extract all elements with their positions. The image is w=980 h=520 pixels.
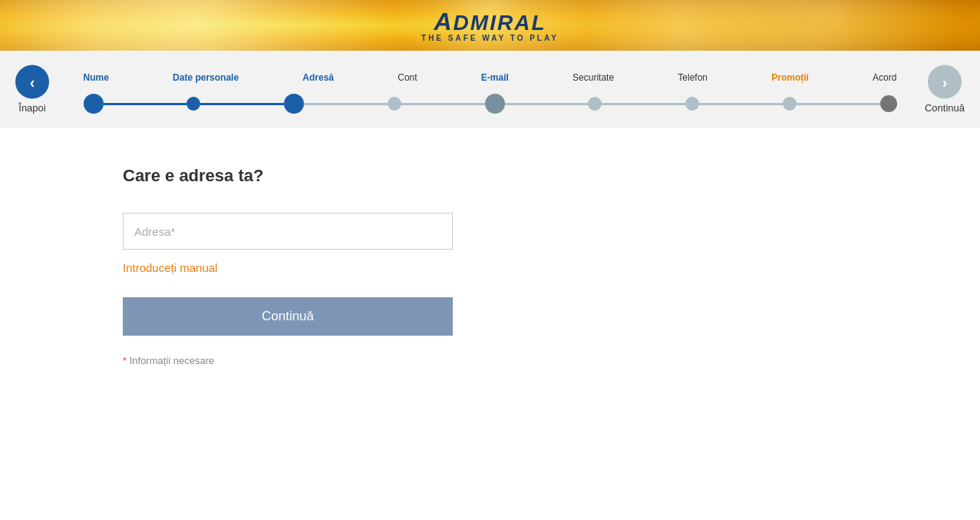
page-title: Care e adresa ta? xyxy=(123,166,980,186)
step-dot-3 xyxy=(284,94,304,114)
required-note: * Informații necesare xyxy=(123,355,980,366)
back-button[interactable]: ‹ Înapoi xyxy=(15,65,49,114)
continue-button[interactable]: Continuă xyxy=(123,297,453,336)
step-label-cont: Cont xyxy=(398,72,417,83)
back-label: Înapoi xyxy=(18,102,45,114)
dots-row xyxy=(84,94,897,114)
step-label-telefon: Telefon xyxy=(678,72,708,83)
logo-tagline: The Safe Way to Play xyxy=(421,34,559,42)
step-label-securitate: Securitate xyxy=(572,72,614,83)
step-dot-2 xyxy=(186,97,200,111)
logo-text: Admiral xyxy=(434,9,546,34)
steps-track: Nume Date personale Adresă Cont E-mail S… xyxy=(84,72,897,114)
line-5-6 xyxy=(505,103,589,105)
next-circle-icon: › xyxy=(928,65,962,99)
line-2-3 xyxy=(200,103,284,105)
required-note-text: Informații necesare xyxy=(130,355,215,366)
back-circle-icon: ‹ xyxy=(15,65,49,99)
main-content: Care e adresa ta? Introduceți manual Con… xyxy=(0,128,980,366)
line-1-2 xyxy=(104,103,187,105)
step-dot-8 xyxy=(783,97,797,111)
line-4-5 xyxy=(401,103,485,105)
step-dot-6 xyxy=(588,97,602,111)
asterisk-symbol: * xyxy=(123,355,127,366)
line-7-8 xyxy=(699,103,783,105)
line-8-9 xyxy=(797,103,880,105)
line-6-7 xyxy=(602,103,685,105)
next-button[interactable]: › Continuă xyxy=(925,65,965,114)
manual-entry-link[interactable]: Introduceți manual xyxy=(123,261,980,274)
step-dot-9 xyxy=(880,95,897,112)
step-dot-4 xyxy=(388,97,401,111)
line-3-4 xyxy=(304,103,388,105)
step-dot-7 xyxy=(685,97,699,111)
steps-nav: ‹ Înapoi Nume Date personale Adresă Cont… xyxy=(0,51,980,128)
step-label-acord: Acord xyxy=(873,72,896,83)
step-label-adresa: Adresă xyxy=(302,72,334,83)
step-dot-1 xyxy=(84,94,104,114)
step-label-email: E-mail xyxy=(481,72,509,83)
step-label-promotii: Promoții xyxy=(771,72,809,83)
address-input[interactable] xyxy=(123,213,453,250)
header-banner: Admiral The Safe Way to Play xyxy=(0,0,980,51)
logo: Admiral The Safe Way to Play xyxy=(421,9,559,42)
step-label-date: Date personale xyxy=(173,72,239,83)
next-label: Continuă xyxy=(925,102,965,114)
step-dot-5 xyxy=(485,94,505,114)
step-label-nume: Nume xyxy=(84,72,109,83)
